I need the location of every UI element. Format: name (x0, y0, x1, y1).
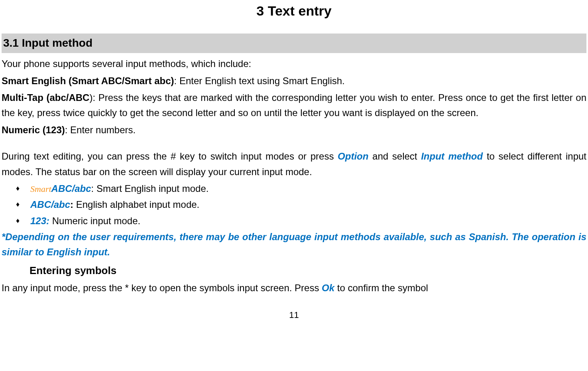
smart-english-desc: : Enter English text using Smart English… (174, 75, 345, 86)
page-number: 11 (2, 308, 586, 322)
language-note: *Depending on the user requirements, the… (2, 229, 586, 260)
smart-english-label: Smart English (Smart ABC/Smart abc) (2, 75, 174, 86)
editing-text-pre: During text editing, you can press the #… (2, 151, 338, 162)
symbols-subheading: Entering symbols (29, 262, 586, 279)
list-item: SmartABC/abc: Smart English input mode. (16, 181, 586, 196)
chapter-title: 3 Text entry (2, 0, 586, 22)
list-item: 123: Numeric input mode. (16, 213, 586, 229)
bullet-1-text: : Smart English input mode. (91, 183, 209, 194)
bullet-1-highlight: ABC/abc (51, 183, 91, 194)
symbols-text-post: to confirm the symbol (334, 282, 428, 293)
bullet-2-text: English alphabet input mode. (76, 199, 200, 210)
input-method-highlight: Input method (421, 151, 483, 162)
bullet-3-highlight: 123: (30, 215, 49, 226)
numeric-desc: : Enter numbers. (65, 124, 136, 135)
smart-english-paragraph: Smart English (Smart ABC/Smart abc): Ent… (2, 73, 586, 89)
bullet-2-colon: : (70, 199, 76, 210)
symbols-paragraph: In any input mode, press the * key to op… (2, 280, 586, 296)
option-highlight: Option (338, 151, 368, 162)
multitap-desc: ): Press the keys that are marked with t… (2, 92, 586, 118)
numeric-label: Numeric (123) (2, 124, 65, 135)
list-item: ABC/abc: English alphabet input mode. (16, 197, 586, 212)
editing-paragraph: During text editing, you can press the #… (2, 149, 586, 180)
section-heading: 3.1 Input method (2, 34, 586, 53)
bullet-list: SmartABC/abc: Smart English input mode. … (16, 181, 586, 229)
multitap-label: Multi-Tap (abc/ABC (2, 92, 89, 103)
multitap-paragraph: Multi-Tap (abc/ABC): Press the keys that… (2, 90, 586, 121)
intro-paragraph: Your phone supports several input method… (2, 56, 586, 71)
numeric-paragraph: Numeric (123): Enter numbers. (2, 122, 586, 138)
smart-icon: Smart (30, 184, 51, 194)
symbols-text-pre: In any input mode, press the * key to op… (2, 282, 322, 293)
editing-text-mid: and select (368, 151, 421, 162)
bullet-3-text: Numeric input mode. (49, 215, 140, 226)
bullet-2-highlight: ABC/abc (30, 199, 70, 210)
ok-highlight: Ok (322, 282, 334, 293)
